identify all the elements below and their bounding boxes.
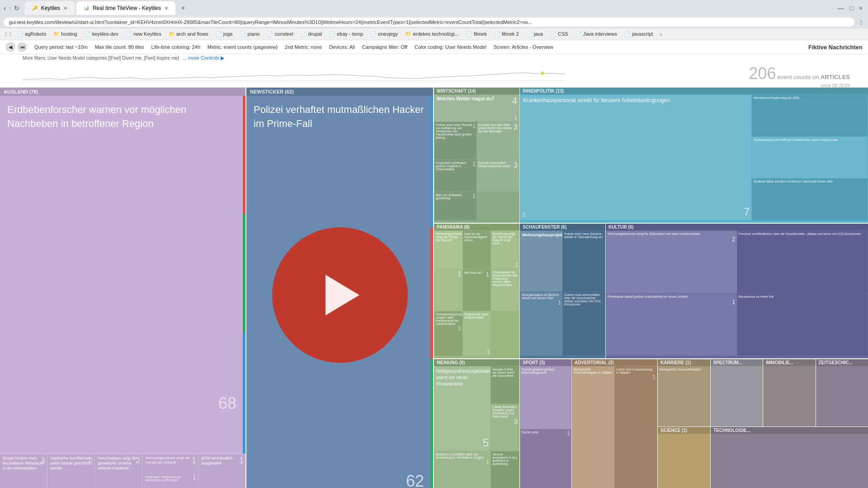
- panorama-tile-4[interactable]: Wo bist du? 1: [463, 269, 491, 311]
- wirtschaft-tile-1[interactable]: Polizei setzt neue Technik zur Aufklärun…: [434, 122, 476, 160]
- tab-realtime[interactable]: 📊 Real time TileView - Keytiles ×: [76, 1, 175, 15]
- forward-icon[interactable]: ›: [9, 4, 11, 12]
- bookmark-new-keytiles[interactable]: 📄 new Keytiles: [123, 30, 164, 38]
- wirtschaft-tile-3[interactable]: Feuerwehr verhindert großes Unglück in C…: [434, 160, 476, 191]
- panel-immobilie: IMMOBILIE...: [763, 359, 816, 427]
- maximize-icon[interactable]: □: [848, 3, 855, 14]
- wirtschaft-tile-0[interactable]: Welches Wetter magst du? 4 1: [434, 95, 519, 122]
- ausland-content[interactable]: Erdbebenforscher warnen vor möglichen Na…: [0, 96, 245, 454]
- panel-karriere: KARRIERE (1) Biologischer Gesundheitspla…: [658, 359, 711, 427]
- innenpolitik-tile-3[interactable]: Oprässe fallen auf dem Konferenz Stand s…: [752, 178, 868, 220]
- kultur-tile-2[interactable]: Filmfestival startet großen Kulturbetrie…: [606, 294, 737, 356]
- bookmark-javascript[interactable]: 📄 javascript: [622, 30, 656, 38]
- bookmark-java[interactable]: 📄 java: [524, 30, 546, 38]
- panorama-tile-6[interactable]: Verbraucherschutzorganisationen zungen s…: [434, 311, 462, 356]
- sport-tile-1[interactable]: Duche setzt 1: [520, 429, 571, 488]
- panorama-tile-7[interactable]: Flugverkehr stark eingeschränkt 1: [463, 311, 491, 356]
- apps-icon[interactable]: ⋮⋮: [4, 32, 13, 37]
- meinung-tile-3[interactable]: Einfahren erschüttert stark die Ausweitu…: [434, 451, 491, 488]
- bookmark-ebay[interactable]: 📄 ebay - temp: [326, 30, 366, 38]
- bookmarks-bar: ⋮⋮ 📄 agRobots 📁 hosting 📄 keytiles-dev 📄…: [0, 28, 868, 40]
- panel-ausland: AUSLAND (78) Erdbebenforscher warnen vor…: [0, 88, 246, 488]
- meinung-tile-main[interactable]: Weltgesundheitsorganisation warnt vor ne…: [434, 366, 491, 451]
- new-tab-button[interactable]: +: [177, 2, 189, 14]
- tile-4-num: 1: [239, 456, 244, 465]
- bookmark-piano[interactable]: 📄 piano: [237, 30, 262, 38]
- advertorial-tile-0[interactable]: Biologischer Gesundheitsplan in Städten: [572, 366, 614, 488]
- schaufenster-tile-2[interactable]: Reorganisation im Bereich Arbeit und Neu…: [520, 292, 562, 356]
- close-icon[interactable]: ×: [857, 3, 864, 14]
- wirtschaft-tile-2[interactable]: Künstler aus aller Welt präsentieren ihr…: [477, 122, 519, 160]
- more-bookmarks-icon[interactable]: »: [659, 31, 662, 38]
- bookmark-arch-flows[interactable]: 📁 arch and flows: [166, 30, 211, 38]
- panorama-tile-3[interactable]: 1: [434, 269, 462, 311]
- ausland-tile-0[interactable]: Bürger fordern mehr bezahlbaren Wohnraum…: [0, 454, 47, 488]
- panorama-tiles: Technologiemesse zeigt die Trends der Zu…: [434, 230, 519, 357]
- meinung-tile-1[interactable]: Globale Größe der Arbeit durch die Gesun…: [491, 366, 519, 404]
- back-nav-icon[interactable]: ◀: [5, 42, 15, 52]
- tab-keytiles[interactable]: 🔑 Keytiles ×: [25, 1, 75, 15]
- newsticker-count: 62: [406, 472, 424, 488]
- meinung-tile-4[interactable]: Stroma europäisch in des Auftreten in Au…: [491, 451, 519, 488]
- lifetime: Life-time coloring: 24h: [151, 44, 200, 50]
- nav-back[interactable]: ◀ ⏮: [5, 42, 27, 52]
- bookmark-drupal[interactable]: 📄 drupal: [298, 30, 325, 38]
- bookmark-agrobots[interactable]: 📄 agRobots: [14, 30, 49, 38]
- svg-point-1: [541, 71, 544, 75]
- more-controls[interactable]: ... more Controls ▶: [183, 55, 224, 61]
- karriere-content[interactable]: Biologischer Gesundheitsplan: [658, 366, 710, 373]
- newsticker-content[interactable]: Polizei verhaftet mutmaßlichen Hacker im…: [246, 96, 433, 488]
- max-tile: Max tile count: 80 tiles: [95, 44, 144, 50]
- video-play-button[interactable]: [272, 227, 408, 363]
- ausland-count: 68: [218, 394, 236, 413]
- panel-spectrum: SPECTRUM...: [711, 359, 764, 427]
- advertorial-tile-1[interactable]: Lohne sich in Auswertung in Städten 1: [615, 366, 657, 488]
- timeline-bar: 206 event counts on ARTICLES since 08:26…: [0, 63, 868, 88]
- bookmark-hosting[interactable]: 📁 hosting: [51, 30, 80, 38]
- bookmark-keytiles-dev[interactable]: 📄 keytiles-dev: [82, 30, 121, 38]
- kultur-tile-1[interactable]: Forscher veröffentlichen über die Gesell…: [737, 231, 868, 293]
- bookmark-erdekes[interactable]: 📁 érdekes technológi...: [402, 30, 462, 38]
- tab-close-icon[interactable]: ×: [64, 5, 67, 12]
- panel-science: SCIENCE (1): [658, 427, 711, 488]
- reload-icon[interactable]: ↻: [14, 5, 19, 12]
- home-nav-icon[interactable]: ⏮: [17, 42, 27, 52]
- bookmark-consteel[interactable]: 📄 consteel: [264, 30, 296, 38]
- address-bar[interactable]: gui-test.keytiles.com/tileview/ui/start-…: [4, 18, 854, 27]
- wirt-tile-0-num: 4: [512, 96, 517, 106]
- ausland-tile-3[interactable]: Technologiemesse zeigt die Trends der Zu…: [142, 454, 198, 488]
- tile-1-num: 2: [88, 456, 93, 465]
- innenpolitik-tile-main[interactable]: Krankenhauspersonal streikt für bessere …: [520, 95, 751, 220]
- innenpolitik-tile-2[interactable]: Tourismusbranche hofft auf Corona Krise …: [752, 137, 868, 178]
- bookmark-filmek[interactable]: 📄 filmek: [463, 30, 490, 38]
- meinung-tile-2[interactable]: Lokale Behörden kämpfen gegen Verbreitun…: [491, 404, 519, 451]
- panorama-tile-0[interactable]: Technologiemesse zeigt die Trends der Zu…: [434, 231, 462, 269]
- kultur-tile-3[interactable]: Börsenkrise im freien Fal: [737, 294, 868, 356]
- ausland-tile-4[interactable]: OPW wird deutlich ausgeweitet 1: [198, 454, 245, 488]
- panorama-tile-5[interactable]: Fördergelder für Wissenschaft und Forsch…: [491, 269, 519, 311]
- schaufenster-tile-3[interactable]: Zuaren sind unterschitten über die Gesch…: [563, 292, 605, 356]
- schaufenster-tile-0[interactable]: Wohnungsbauprojekte 2: [520, 231, 562, 291]
- bookmark-joga[interactable]: 📄 joga: [213, 30, 236, 38]
- wirtschaft-tile-4[interactable]: Gericht entscheidet: Mietpreisbremse ble…: [477, 160, 519, 191]
- ausland-tile-2[interactable]: Forscherteam zeigt die genetische Ursach…: [95, 454, 142, 488]
- bookmark-filmek2[interactable]: 📄 filmek 2: [491, 30, 522, 38]
- wirtschaft-tile-5[interactable]: Bau von Solarpark genehmigt 1: [434, 192, 476, 220]
- panorama-tile-2[interactable]: Forschung zeigt die Trends der Zukunft z…: [491, 231, 519, 269]
- ausland-bottom-tiles: Bürger fordern mehr bezahlbaren Wohnraum…: [0, 454, 245, 488]
- panorama-tile-1[interactable]: Hast du die Geschwindigkeit schon...: [463, 231, 491, 269]
- minimize-icon[interactable]: —: [836, 3, 846, 14]
- tab-close-icon[interactable]: ×: [165, 5, 168, 12]
- ausland-tile-1[interactable]: Städtische Grünflächen sollen besser ges…: [47, 454, 95, 488]
- innenpolitik-tile-1[interactable]: Klimatische Erwärmung bis 2050: [752, 95, 868, 136]
- bookmark-java-int[interactable]: 📄 Java interviews: [573, 30, 620, 38]
- sport-tile-0[interactable]: Turnier gewinnt großen Erkenntnisgewinn: [520, 366, 571, 429]
- tile-4-text: OPW wird deutlich ausgeweitet: [201, 456, 243, 466]
- panel-wirtschaft: WIRTSCHAFT (14) Welches Wetter magst du?…: [434, 88, 520, 223]
- schaufenster-tile-1[interactable]: Polizei setzt neue Gesetze wieder in Übe…: [563, 231, 605, 291]
- back-icon[interactable]: ‹: [4, 4, 6, 12]
- bookmark-enevjegy[interactable]: 📄 enevjegy: [368, 30, 401, 38]
- kultur-tile-0[interactable]: Technologiebranche sorgt für Diskussion …: [606, 231, 737, 293]
- bookmark-css[interactable]: 📄 CSS: [547, 30, 571, 38]
- panel-innenpolitik: INNENPOLITIK (13) Krankenhauspersonal st…: [520, 88, 868, 223]
